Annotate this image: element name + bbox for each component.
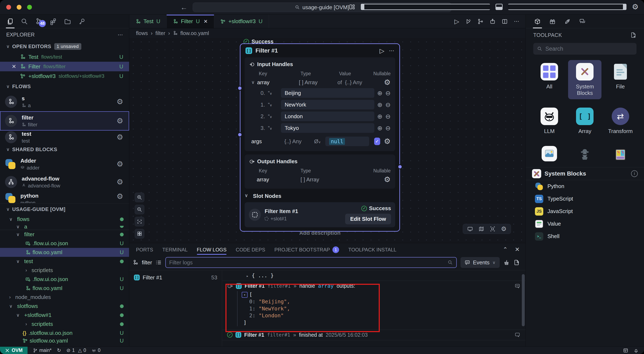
chevron-down-icon[interactable]: ∨ bbox=[251, 80, 255, 85]
tree-item-slotflows[interactable]: ∨slotflows bbox=[0, 302, 129, 311]
tile-transform[interactable]: ⇄ Transform bbox=[604, 105, 637, 138]
close-panel-icon[interactable]: ✕ bbox=[515, 246, 520, 253]
tree-item-flows[interactable]: ∨flows bbox=[0, 215, 129, 224]
gear-icon[interactable]: ⚙ bbox=[116, 98, 123, 106]
tab-code-deps[interactable]: CODE DEPS bbox=[236, 243, 265, 256]
canvas-settings-icon[interactable]: ⚙ bbox=[501, 226, 506, 232]
system-blocks-section-header[interactable]: System Blocks i bbox=[526, 167, 644, 180]
export-logs-icon[interactable] bbox=[514, 259, 520, 266]
tile-system-blocks[interactable]: System Blocks bbox=[568, 60, 602, 99]
output-array-row[interactable]: array [ ] Array ⚙ bbox=[257, 176, 390, 183]
info-icon[interactable]: i bbox=[631, 170, 638, 177]
close-traffic-light[interactable] bbox=[6, 5, 11, 10]
string-type-selector[interactable]: “∨ bbox=[268, 125, 278, 131]
tree-item-flow-yaml[interactable]: flow.oo.yamlU bbox=[0, 248, 129, 257]
fit-view-icon[interactable] bbox=[135, 217, 144, 226]
tab-slotflow3[interactable]: +slotflow#3 U bbox=[214, 14, 269, 28]
events-dropdown[interactable]: Events ∨ bbox=[460, 257, 500, 268]
add-description[interactable]: Add description bbox=[240, 230, 400, 236]
tree-item-scriptlets[interactable]: ›scriptlets bbox=[0, 266, 129, 275]
block-python[interactable]: Python bbox=[526, 180, 644, 193]
tree-item-flow-ui-json-2[interactable]: .flow.ui.oo.jsonU bbox=[0, 275, 129, 284]
comment-icon[interactable] bbox=[515, 332, 520, 338]
back-arrow-icon[interactable]: ← bbox=[179, 3, 188, 12]
log-search-box[interactable] bbox=[166, 257, 457, 268]
tile-detective[interactable] bbox=[568, 143, 602, 164]
tree-item-filter[interactable]: ∨filter bbox=[0, 230, 129, 239]
tab-flow-logs[interactable]: FLOW LOGS bbox=[197, 243, 227, 256]
value-input[interactable]: Beijing bbox=[281, 88, 374, 98]
remote-indicator[interactable]: OVM bbox=[0, 347, 28, 354]
gift-tab-icon[interactable] bbox=[549, 14, 556, 28]
block-javascript[interactable]: JS JavaScript bbox=[526, 205, 644, 218]
comment-icon[interactable] bbox=[515, 283, 520, 289]
flows-header[interactable]: ∨ FLOWS bbox=[0, 81, 129, 92]
problems-indicator[interactable]: ⊘1 △0 bbox=[66, 348, 86, 353]
tile-picture[interactable] bbox=[533, 143, 566, 164]
log-node-item[interactable]: [] Filter #1 53 bbox=[129, 272, 222, 283]
gear-icon[interactable]: ⚙ bbox=[116, 193, 123, 200]
feedback-tab-icon[interactable] bbox=[579, 14, 586, 28]
null-type-selector[interactable]: Ø∨ bbox=[314, 138, 321, 145]
minimize-traffic-light[interactable] bbox=[17, 5, 22, 10]
block-shell[interactable]: >_ Shell bbox=[526, 230, 644, 243]
zoom-in-icon[interactable] bbox=[135, 193, 144, 202]
zoom-traffic-light[interactable] bbox=[27, 5, 32, 10]
toggle-left-sidebar-icon[interactable] bbox=[361, 4, 490, 10]
split-editor-icon[interactable] bbox=[502, 18, 508, 24]
tab-terminal[interactable]: TERMINAL bbox=[162, 243, 188, 256]
gear-icon[interactable]: ⚙ bbox=[384, 78, 390, 86]
package-tab-icon[interactable] bbox=[534, 14, 541, 28]
ports-indicator[interactable]: 0 bbox=[92, 348, 100, 353]
explorer-activity-icon[interactable] bbox=[7, 14, 14, 28]
add-item-icon[interactable]: ⊕ bbox=[377, 124, 382, 132]
string-type-selector[interactable]: “∨ bbox=[268, 114, 278, 119]
export-icon[interactable] bbox=[490, 18, 496, 24]
shared-block-advanced-flow[interactable]: advanced-flow advanced-flow ⚙ bbox=[0, 173, 129, 191]
tile-llm[interactable]: LLM bbox=[533, 105, 566, 138]
toggle-bottom-panel-icon[interactable] bbox=[496, 4, 502, 10]
tab-project-bootstrap[interactable]: PROJECT BOOTSTRAP1 bbox=[274, 243, 339, 256]
slot-node-card[interactable]: Filter Item #1 +slot#1 ✓Success Edit Slo… bbox=[245, 202, 395, 227]
shared-blocks-header[interactable]: ∨ SHARED BLOCKS bbox=[0, 144, 129, 155]
nullable-checkbox[interactable]: ✓ bbox=[374, 138, 380, 145]
breadcrumb[interactable]: flows› filter› flow.oo.yaml bbox=[129, 28, 526, 38]
remove-item-icon[interactable]: ⊖ bbox=[386, 113, 390, 120]
rocket-tab-icon[interactable] bbox=[564, 14, 571, 28]
input-port-args[interactable] bbox=[237, 132, 242, 137]
maximize-panel-icon[interactable]: ⌃ bbox=[503, 246, 508, 253]
value-input[interactable]: NewYork bbox=[281, 100, 374, 110]
remove-item-icon[interactable]: ⊖ bbox=[386, 90, 390, 97]
close-icon[interactable]: ✕ bbox=[12, 64, 17, 70]
flow-card-test[interactable]: test test ⚙ bbox=[0, 130, 129, 144]
edit-slot-flow-button[interactable]: Edit Slot Flow bbox=[345, 214, 391, 224]
log-row-finished[interactable]: ✓ [] Filter #1 filter#1 » finished at 20… bbox=[222, 330, 526, 340]
tab-toolpack-install[interactable]: TOOLPACK INSTALL bbox=[348, 243, 396, 256]
tree-item-slotflow1[interactable]: ∨+slotflow#1 bbox=[0, 311, 129, 320]
log-row-collapsed[interactable]: ▸ { ... } bbox=[222, 270, 526, 281]
args-value-input[interactable]: null bbox=[325, 136, 369, 146]
open-editor-filter[interactable]: ✕ Filter flows/filter U bbox=[0, 62, 129, 71]
input-port-array[interactable] bbox=[237, 86, 242, 91]
open-editors-header[interactable]: ∨ OPEN EDITORS 1 unsaved bbox=[0, 41, 129, 52]
gear-icon[interactable]: ⚙ bbox=[116, 178, 123, 186]
output-port-array[interactable] bbox=[398, 164, 402, 169]
open-editor-slotflow3[interactable]: ✕ +slotflow#3 slotflows/+slotflow#3 U bbox=[0, 71, 129, 81]
tab-test[interactable]: Test U bbox=[129, 14, 167, 28]
collapse-json-icon[interactable]: ▾ bbox=[242, 292, 248, 298]
flow-selector[interactable]: filter bbox=[142, 259, 152, 266]
run-node-icon[interactable]: ▷ bbox=[380, 47, 384, 54]
workspace-header[interactable]: ∨ USAGE-GUIDE [OVM] bbox=[0, 204, 129, 215]
string-type-selector[interactable]: “∨ bbox=[268, 90, 278, 96]
sync-icon[interactable]: ↻ bbox=[57, 348, 61, 353]
tree-item-scriptlets-2[interactable]: ›scriptlets bbox=[0, 320, 129, 328]
node-header[interactable]: [] Filter #1 ▷ ⋯ bbox=[240, 44, 399, 57]
open-editor-test[interactable]: ✕ Test flows/test U bbox=[0, 52, 129, 62]
gear-icon[interactable]: ⚙ bbox=[384, 138, 390, 145]
add-item-icon[interactable]: ⊕ bbox=[377, 90, 382, 97]
zoom-out-icon[interactable] bbox=[135, 205, 144, 214]
value-input[interactable]: London bbox=[281, 112, 374, 121]
minimap-icon[interactable] bbox=[478, 226, 484, 232]
layout-icon[interactable] bbox=[623, 348, 628, 353]
gear-icon[interactable]: ⚙ bbox=[116, 160, 123, 168]
